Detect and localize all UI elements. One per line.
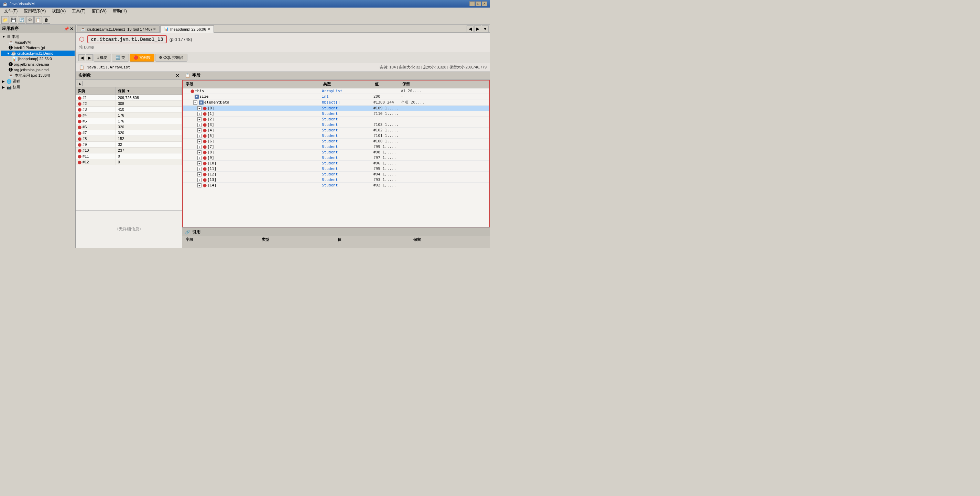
table-row[interactable]: ⬤ #7 320 (76, 130, 182, 136)
sidebar-item-heapdump[interactable]: 📊 [heapdump] 22:56:0 (1, 56, 75, 62)
arr5-expand[interactable]: + (197, 134, 202, 138)
field-row-size[interactable]: ■ size int 200 — (183, 94, 489, 99)
field-row-5[interactable]: + ⬤ [5] Student #101 1,.... (183, 133, 489, 139)
close-button[interactable]: ✕ (482, 2, 487, 6)
maximize-button[interactable]: □ (476, 2, 481, 6)
arr14-expand[interactable]: + (197, 183, 202, 187)
sidebar-item-intellij[interactable]: 🅘 IntelliJ Platform (pi (1, 45, 75, 51)
arr4-expand[interactable]: + (197, 128, 202, 132)
instance-panel-close[interactable]: ✕ (176, 73, 179, 78)
arr6-expand[interactable]: + (197, 139, 202, 144)
menu-help[interactable]: 帮助(H) (110, 8, 130, 15)
toolbar-btn-1[interactable]: 📁 (2, 16, 9, 24)
field-row-6[interactable]: + ⬤ [6] Student #100 1,.... (183, 139, 489, 144)
instance-scroll-up[interactable]: ▲ (77, 81, 83, 86)
nav-forward[interactable]: ▶ (86, 54, 93, 61)
field-row-10[interactable]: + ⬤ [10] Student #96 1,.... (183, 161, 489, 166)
field-row-1[interactable]: + ⬤ [1] Student #110 1,.... (183, 111, 489, 116)
table-row[interactable]: ⬤ #12 0 (76, 159, 182, 165)
table-row[interactable]: ⬤ #10 237 (76, 148, 182, 153)
sidebar-item-idea[interactable]: 🅘 org.jetbrains.idea.ma (1, 62, 75, 67)
nav-btn-instances[interactable]: 🔴 实例数 (130, 54, 154, 62)
sidebar-item-snapshot[interactable]: ▶ 📷 快照 (1, 84, 75, 90)
menu-window[interactable]: 窗口(W) (89, 8, 109, 15)
field-row-9[interactable]: + ⬤ [9] Student #97 1,.... (183, 155, 489, 161)
arr7-expand[interactable]: + (197, 145, 202, 149)
table-row[interactable]: ⬤ #2 308 (76, 101, 182, 107)
toolbar-btn-6[interactable]: 🗑 (43, 16, 50, 24)
arr11-expand[interactable]: + (197, 167, 202, 171)
field-12-name: + ⬤ [12] (184, 172, 322, 177)
sidebar-close-icon[interactable]: ✕ (70, 27, 73, 31)
field-row-8[interactable]: + ⬤ [8] Student #98 1,.... (183, 150, 489, 155)
nav-btn-oql[interactable]: ⚙ OQL 控制台 (155, 54, 188, 62)
arr10-expand[interactable]: + (197, 161, 202, 166)
col-retain[interactable]: 保留 ▼ (116, 88, 181, 95)
table-row[interactable]: ⬤ #11 0 (76, 153, 182, 159)
arr0-expand[interactable]: + (197, 106, 202, 110)
table-row[interactable]: ⬤ #1 209,726,808 (76, 95, 182, 101)
table-row[interactable]: ⬤ #9 32 (76, 142, 182, 148)
toolbar-btn-4[interactable]: ⚙ (26, 16, 34, 24)
col-field-retain[interactable]: 保留 (401, 81, 422, 87)
sidebar-item-local[interactable]: ▼ 🖥 本地 (1, 34, 75, 40)
table-row[interactable]: ⬤ #3 410 (76, 107, 182, 112)
table-row[interactable]: ⬤ #5 176 (76, 118, 182, 124)
toolbar-btn-2[interactable]: 💾 (10, 16, 17, 24)
arr13-expand[interactable]: + (197, 178, 202, 182)
refs-col-type[interactable]: 类型 (260, 237, 336, 242)
table-row[interactable]: ⬤ #8 152 (76, 136, 182, 142)
field-row-12[interactable]: + ⬤ [12] Student #94 1,.... (183, 172, 489, 177)
sidebar-item-localapp[interactable]: ☕ 本地应用 (pid 13364) (1, 73, 75, 78)
field-row-14[interactable]: + ⬤ [14] Student #92 1,.... (183, 183, 489, 188)
col-field-value[interactable]: 值 (374, 81, 401, 87)
refs-col-value[interactable]: 值 (336, 237, 412, 242)
nav-btn-class[interactable]: 🔤 类 (112, 54, 129, 62)
tab-scroll-left[interactable]: ◀ (467, 26, 474, 32)
nav-back[interactable]: ◀ (78, 54, 85, 61)
arr1-expand[interactable]: + (197, 112, 202, 116)
refs-col-retain[interactable]: 保留 (412, 237, 488, 242)
menu-tools[interactable]: 工具(T) (69, 8, 88, 15)
field-row-11[interactable]: + ⬤ [11] Student #95 1,.... (183, 166, 489, 172)
sidebar-item-visualvm[interactable]: ☕ VisualVM (1, 40, 75, 45)
tab-demo[interactable]: ☕ cn.itcast.jvm.t1.Demo1_13 (pid 17748) … (77, 26, 159, 32)
field-row-2[interactable]: + ⬤ [2] Student (183, 116, 489, 122)
tab-scroll-right[interactable]: ▶ (474, 26, 481, 32)
col-field-name[interactable]: 字段 (184, 81, 322, 87)
arr12-expand[interactable]: + (197, 172, 202, 177)
field-row-this[interactable]: ⬤ this ArrayList #1 20.... (183, 88, 489, 94)
minimize-button[interactable]: ─ (469, 2, 475, 6)
field-row-7[interactable]: + ⬤ [7] Student #99 1,.... (183, 144, 489, 150)
sidebar-item-jps[interactable]: 🅘 org.jetbrains.jps.cmd. (1, 67, 75, 73)
col-field-type[interactable]: 类型 (322, 81, 374, 87)
arr9-expand[interactable]: + (197, 156, 202, 160)
tab-dropdown[interactable]: ▼ (482, 26, 488, 32)
field-row-elementdata[interactable]: − ▦ elementData Object[] #1388 244 个项 20… (183, 99, 489, 105)
arr2-expand[interactable]: + (197, 117, 202, 121)
toolbar-btn-5[interactable]: 📋 (34, 16, 42, 24)
elementdata-expand[interactable]: − (193, 100, 197, 105)
tab-heapdump-close[interactable]: ✕ (207, 27, 210, 31)
arr3-expand[interactable]: + (197, 123, 202, 127)
table-row[interactable]: ⬤ #6 320 (76, 124, 182, 130)
tab-heapdump[interactable]: 📊 [heapdump] 22:56:06 ✕ (160, 26, 214, 33)
field-row-4[interactable]: + ⬤ [4] Student #102 1,.... (183, 128, 489, 133)
menu-view[interactable]: 视图(V) (49, 8, 68, 15)
menu-app[interactable]: 应用程序(A) (21, 8, 48, 15)
tab-demo-close[interactable]: ✕ (153, 27, 156, 31)
field-9-name: + ⬤ [9] (184, 155, 322, 160)
field-row-13[interactable]: + ⬤ [13] Student #93 1,.... (183, 177, 489, 183)
field-row-0[interactable]: + ⬤ [0] Student #109 1,.... (183, 105, 489, 111)
toolbar-btn-3[interactable]: 🔄 (18, 16, 25, 24)
arr8-expand[interactable]: + (197, 150, 202, 155)
refs-col-field[interactable]: 字段 (184, 237, 260, 242)
sidebar-pin-icon[interactable]: 📌 (64, 27, 69, 31)
sidebar-item-demo[interactable]: ▼ ☕ cn.itcast.jvm.t1.Demo (1, 51, 75, 56)
sidebar-item-remote[interactable]: ▶ 🌐 远程 (1, 78, 75, 84)
col-instance[interactable]: 实例 (76, 88, 116, 95)
nav-btn-overview[interactable]: ℹ 概要 (94, 54, 111, 62)
menu-file[interactable]: 文件(F) (2, 8, 20, 15)
table-row[interactable]: ⬤ #4 176 (76, 112, 182, 118)
field-row-3[interactable]: + ⬤ [3] Student #103 1,.... (183, 122, 489, 128)
